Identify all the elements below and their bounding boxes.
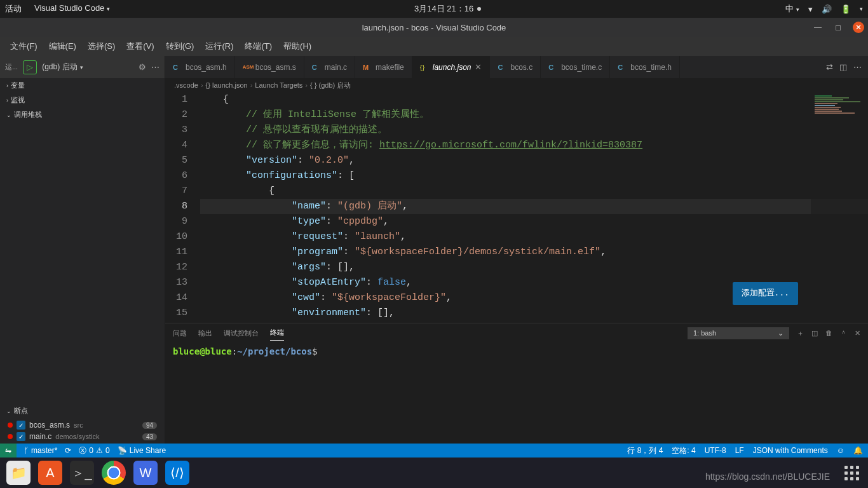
close-button[interactable]: ✕ bbox=[853, 22, 864, 33]
menu-item-5[interactable]: 运行(R) bbox=[200, 38, 238, 55]
breadcrumb-item[interactable]: Launch Targets bbox=[255, 81, 302, 89]
more-actions-icon[interactable]: ⋯ bbox=[853, 62, 862, 72]
remote-indicator[interactable]: ⇋ bbox=[0, 444, 17, 458]
new-terminal-button[interactable]: ＋ bbox=[797, 329, 804, 338]
cursor-position[interactable]: 行 8，列 4 bbox=[627, 445, 663, 456]
tab-close-icon[interactable]: ✕ bbox=[475, 62, 482, 72]
menu-item-1[interactable]: 编辑(E) bbox=[44, 38, 81, 55]
maximize-button[interactable]: ◻ bbox=[832, 22, 844, 33]
tab-bcos_asm-s[interactable]: ASMbcos_asm.s bbox=[235, 56, 304, 78]
tab-bcos-c[interactable]: Cbcos.c bbox=[490, 56, 541, 78]
ubuntu-dock: 📁 A ＞_ W ⟨/⟩ https://blog.csdn.net/BLUCE… bbox=[0, 458, 868, 488]
minimize-button[interactable]: — bbox=[812, 22, 824, 33]
tab-output[interactable]: 输出 bbox=[198, 326, 212, 341]
breakpoint-item[interactable]: ✓main.c demos/systick43 bbox=[5, 431, 159, 442]
watch-section[interactable]: ›监视 bbox=[0, 93, 165, 107]
breakpoint-item[interactable]: ✓bcos_asm.s src94 bbox=[5, 419, 159, 431]
editor-tabs: Cbcos_asm.hASMbcos_asm.sCmain.cMmakefile… bbox=[165, 56, 868, 78]
tab-bcos_asm-h[interactable]: Cbcos_asm.h bbox=[165, 56, 235, 78]
tab-problems[interactable]: 问题 bbox=[173, 326, 187, 341]
indentation[interactable]: 空格: 4 bbox=[672, 445, 695, 456]
terminal-select[interactable]: 1: bash⌄ bbox=[688, 327, 789, 339]
breadcrumb-item[interactable]: {} launch.json bbox=[206, 81, 248, 89]
wifi-icon[interactable]: ▾ bbox=[808, 4, 813, 14]
window-title: launch.json - bcos - Visual Studio Code bbox=[362, 23, 506, 32]
menu-item-2[interactable]: 选择(S) bbox=[83, 38, 120, 55]
menu-item-7[interactable]: 帮助(H) bbox=[278, 38, 316, 55]
battery-icon[interactable]: 🔋 bbox=[841, 4, 851, 14]
title-bar: launch.json - bcos - Visual Studio Code … bbox=[0, 18, 868, 37]
breakpoint-dot-icon bbox=[8, 423, 13, 428]
clock[interactable]: 3月14日 21：16 bbox=[414, 3, 473, 15]
menu-item-0[interactable]: 文件(F) bbox=[5, 38, 43, 55]
debug-config-select[interactable]: (gdb) 启动 ▾ bbox=[42, 62, 83, 72]
chrome-icon[interactable] bbox=[102, 461, 126, 485]
terminal-icon[interactable]: ＞_ bbox=[70, 461, 94, 485]
compare-changes-icon[interactable]: ⇄ bbox=[826, 62, 833, 72]
callstack-section[interactable]: ⌄调用堆栈 bbox=[0, 107, 165, 122]
panel-close-button[interactable]: ✕ bbox=[855, 329, 860, 337]
add-configuration-button[interactable]: 添加配置... bbox=[733, 282, 798, 305]
code-editor[interactable]: 123456789101112131415 { // 使用 IntelliSen… bbox=[165, 92, 868, 323]
app-menu[interactable]: Visual Studio Code ▾ bbox=[34, 3, 110, 15]
tab-launch-json[interactable]: {}launch.json ✕ bbox=[412, 56, 491, 78]
breakpoint-dot-icon bbox=[8, 434, 13, 439]
watermark: https://blog.csdn.net/BLUCEJIE bbox=[705, 471, 830, 482]
ime-indicator[interactable]: 中 ▾ bbox=[785, 3, 799, 15]
menu-bar: 文件(F)编辑(E)选择(S)查看(V)转到(G)运行(R)终端(T)帮助(H) bbox=[0, 37, 868, 56]
gnome-top-bar: 活动 Visual Studio Code ▾ 3月14日 21：16 中 ▾ … bbox=[0, 0, 868, 18]
live-share[interactable]: 📡 Live Share bbox=[118, 446, 166, 455]
run-label: 运... bbox=[5, 62, 18, 72]
volume-icon[interactable]: 🔊 bbox=[822, 4, 832, 14]
split-editor-icon[interactable]: ◫ bbox=[839, 62, 847, 72]
problems-indicator[interactable]: ⓧ 0 ⚠ 0 bbox=[79, 445, 109, 456]
notifications-icon[interactable]: 🔔 bbox=[853, 445, 863, 456]
software-icon[interactable]: A bbox=[38, 461, 62, 485]
checkbox-icon[interactable]: ✓ bbox=[17, 432, 25, 441]
tab-terminal[interactable]: 终端 bbox=[270, 325, 284, 341]
tab-bcos_time-h[interactable]: Cbcos_time.h bbox=[610, 56, 680, 78]
gear-icon[interactable]: ⚙ bbox=[139, 62, 146, 72]
checkbox-icon[interactable]: ✓ bbox=[17, 421, 25, 430]
git-branch[interactable]: ᚶ master* bbox=[24, 446, 57, 455]
menu-item-6[interactable]: 终端(T) bbox=[240, 38, 277, 55]
bottom-panel: 问题 输出 调试控制台 终端 1: bash⌄ ＋ ◫ 🗑 ＾ ✕ bluce@… bbox=[165, 323, 868, 444]
show-applications-button[interactable] bbox=[844, 466, 859, 480]
debug-sidebar: 运... ▷ (gdb) 启动 ▾ ⚙ ⋯ ›变量 ›监视 ⌄调用堆栈 ⌄断点 … bbox=[0, 56, 165, 444]
variables-section[interactable]: ›变量 bbox=[0, 78, 165, 93]
tab-debug-console[interactable]: 调试控制台 bbox=[224, 326, 259, 341]
breadcrumbs[interactable]: .vscode›{} launch.json›Launch Targets›{ … bbox=[165, 78, 868, 92]
start-debug-button[interactable]: ▷ bbox=[23, 60, 37, 74]
menu-item-4[interactable]: 转到(G) bbox=[161, 38, 200, 55]
sync-button[interactable]: ⟳ bbox=[65, 446, 71, 455]
more-icon[interactable]: ⋯ bbox=[151, 62, 159, 72]
minimap[interactable] bbox=[811, 92, 868, 323]
notification-dot-icon bbox=[477, 7, 481, 11]
vscode-icon[interactable]: ⟨/⟩ bbox=[165, 461, 189, 485]
feedback-icon[interactable]: ☺ bbox=[837, 445, 844, 456]
panel-maximize-button[interactable]: ＾ bbox=[840, 329, 847, 338]
split-terminal-button[interactable]: ◫ bbox=[811, 329, 818, 337]
editor-area: Cbcos_asm.hASMbcos_asm.sCmain.cMmakefile… bbox=[165, 56, 868, 444]
power-menu[interactable]: ▾ bbox=[860, 6, 863, 12]
kill-terminal-button[interactable]: 🗑 bbox=[825, 329, 832, 337]
chevron-down-icon: ▾ bbox=[80, 64, 83, 71]
language-mode[interactable]: JSON with Comments bbox=[753, 445, 828, 456]
terminal-body[interactable]: bluce@bluce:~/project/bcos$ bbox=[165, 342, 868, 444]
eol[interactable]: LF bbox=[735, 445, 744, 456]
debug-toolbar: 运... ▷ (gdb) 启动 ▾ ⚙ ⋯ bbox=[0, 56, 165, 78]
encoding[interactable]: UTF-8 bbox=[705, 445, 726, 456]
tab-main-c[interactable]: Cmain.c bbox=[304, 56, 355, 78]
tab-bcos_time-c[interactable]: Cbcos_time.c bbox=[541, 56, 610, 78]
breakpoints-section[interactable]: ⌄断点 bbox=[0, 403, 165, 418]
breadcrumb-item[interactable]: { } (gdb) 启动 bbox=[310, 81, 351, 90]
files-icon[interactable]: 📁 bbox=[6, 461, 31, 485]
status-bar: ⇋ ᚶ master* ⟳ ⓧ 0 ⚠ 0 📡 Live Share 行 8，列… bbox=[0, 444, 868, 458]
wps-icon[interactable]: W bbox=[133, 461, 158, 485]
activities-button[interactable]: 活动 bbox=[5, 3, 22, 15]
tab-makefile[interactable]: Mmakefile bbox=[355, 56, 412, 78]
menu-item-3[interactable]: 查看(V) bbox=[121, 38, 159, 55]
breadcrumb-item[interactable]: .vscode bbox=[174, 81, 198, 89]
